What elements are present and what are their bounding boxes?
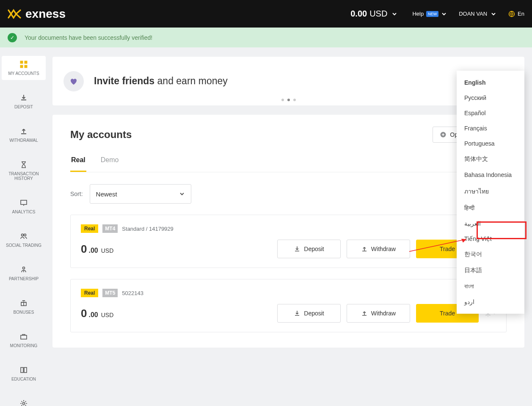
download-icon [19,94,28,102]
user-menu[interactable]: DOAN VAN [459,11,496,17]
banner-pagination[interactable] [281,99,296,101]
chart-icon [19,199,28,207]
sidebar-item-withdrawal[interactable]: WITHDRAWAL [2,123,46,147]
sidebar-item-monitoring[interactable]: MONITORING [2,328,46,352]
account-name: Standard / 14179929 [122,226,173,232]
svg-rect-10 [21,335,27,339]
users-icon [19,232,28,240]
language-option[interactable]: 简体中文 [457,151,524,167]
upload-icon [361,310,368,317]
account-balance: 0.00 USD [81,307,113,320]
withdraw-button[interactable]: Withdraw [347,304,410,323]
help-menu[interactable]: Help NEW [412,11,447,17]
sidebar-item-transaction-history[interactable]: TRANSACTION HISTORY [2,156,46,185]
dot[interactable] [281,99,284,101]
svg-rect-4 [25,65,27,68]
deposit-button[interactable]: Deposit [277,304,341,323]
account-tabs: Real Demo [70,152,507,172]
download-icon [294,310,300,317]
sort-label: Sort: [70,191,83,197]
account-card: Real MT5 5022143 0.00 USD Deposit Withdr… [70,279,507,332]
tab-demo[interactable]: Demo [100,152,120,172]
language-selector[interactable]: En [508,11,524,17]
sidebar-item-partnership[interactable]: PARTNERSHIP [2,261,46,285]
account-balance: 0.00 USD [81,243,113,256]
language-option[interactable]: العربية [457,216,524,231]
language-option[interactable]: 한국어 [457,246,524,262]
language-option[interactable]: हिन्दी [457,200,524,216]
sidebar-item-my-accounts[interactable]: MY ACCOUNTS [2,56,46,80]
notification-bar: ✓ Your documents have been successfully … [0,28,532,47]
hourglass-icon [19,160,28,169]
banner-text: Invite friends and earn money [94,75,228,87]
balance-display[interactable]: 0.00 USD [350,9,397,19]
grid-icon [19,60,28,69]
language-option[interactable]: ภาษาไทย [457,182,524,200]
brand-logo[interactable]: exness [8,7,66,21]
svg-point-13 [23,403,25,405]
deposit-button[interactable]: Deposit [277,240,341,258]
dot[interactable] [293,99,296,101]
dot-active[interactable] [287,99,290,101]
language-option[interactable]: Français [457,121,524,136]
sort-select[interactable]: Newest [90,184,191,204]
download-icon [294,246,300,252]
language-option[interactable]: Tiếng Việt [457,231,524,246]
sidebar: MY ACCOUNTS DEPOSIT WITHDRAWAL TRANSACTI… [0,47,47,406]
notification-text: Your documents have been successfully ve… [25,34,152,41]
language-dropdown[interactable]: EnglishРусскийEspañolFrançaisPortuguesa简… [457,71,524,314]
language-option[interactable]: বাংলা [457,279,524,294]
sidebar-item-social-trading[interactable]: SOCIAL TRADING [2,228,46,252]
svg-point-6 [22,234,24,236]
svg-rect-11 [21,367,23,373]
chevron-down-icon [391,11,397,17]
briefcase-icon [19,332,28,341]
svg-rect-2 [25,61,27,64]
svg-rect-5 [21,200,27,204]
withdraw-button[interactable]: Withdraw [347,240,410,258]
sidebar-item-settings[interactable]: SETTINGS [2,395,46,406]
chevron-down-icon [179,191,185,197]
upload-icon [19,127,28,135]
badge-platform: MT4 [102,224,118,233]
chevron-down-icon [491,11,496,17]
svg-point-8 [23,267,25,269]
logo-icon [8,8,22,19]
plus-circle-icon [440,131,447,138]
language-option[interactable]: Bahasa Indonesia [457,167,524,182]
sidebar-item-bonuses[interactable]: BONUSES [2,295,46,319]
new-badge: NEW [426,11,438,17]
language-option[interactable]: Portuguesa [457,136,524,151]
gift-icon [19,299,28,307]
sidebar-item-deposit[interactable]: DEPOSIT [2,89,46,113]
gear-icon [19,399,28,406]
language-option[interactable]: Русский [457,90,524,105]
svg-rect-3 [20,65,23,68]
sidebar-item-analytics[interactable]: ANALYTICS [2,194,46,218]
badge-platform: MT5 [102,289,118,297]
language-option[interactable]: Español [457,105,524,121]
badge-real: Real [81,289,98,297]
language-option[interactable]: 日本語 [457,262,524,279]
language-option[interactable]: اردو [457,294,524,309]
svg-rect-12 [24,367,27,373]
badge-real: Real [81,224,98,233]
svg-rect-1 [20,61,23,64]
topbar: exness 0.00 USD Help NEW DOAN VAN En [0,0,532,28]
globe-icon [508,11,515,17]
check-icon: ✓ [8,33,17,42]
tab-real[interactable]: Real [70,152,86,172]
panel-title: My accounts [70,129,132,141]
svg-point-7 [24,234,26,236]
promo-banner[interactable]: Invite friends and earn money [52,57,524,105]
partnership-icon [19,265,28,274]
language-option[interactable]: English [457,75,524,90]
chevron-down-icon [441,11,447,17]
accounts-panel: My accounts Open new account Real Demo S… [52,115,524,348]
account-name: 5022143 [122,290,143,296]
book-icon [19,366,28,374]
brand-text: exness [25,7,66,21]
upload-icon [361,246,368,252]
account-card: Real MT4 Standard / 14179929 0.00 USD De… [70,215,507,268]
sidebar-item-education[interactable]: EDUCATION [2,362,46,386]
